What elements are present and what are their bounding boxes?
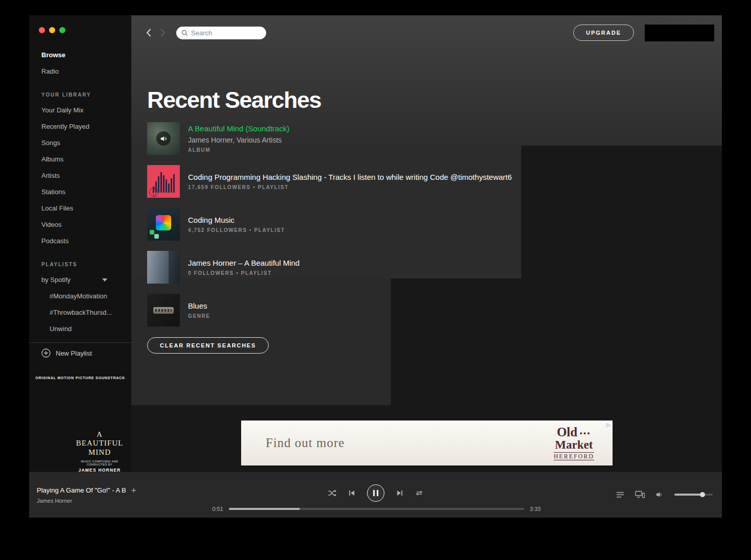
sidebar-item-albums[interactable]: Albums xyxy=(29,151,131,168)
ad-brand-glasses-icon: ●●● xyxy=(577,431,591,436)
sidebar-playlist-unwind[interactable]: Unwind xyxy=(29,321,131,337)
volume-fill xyxy=(674,494,703,496)
sidebar-item-recently-played[interactable]: Recently Played xyxy=(29,119,131,135)
sidebar-item-artists[interactable]: Artists xyxy=(29,168,131,184)
album-thumbnail-a-beautiful-mind xyxy=(147,122,180,155)
recent-search-item-playlist[interactable]: Coding Music 4,752 FOLLOWERS • PLAYLIST xyxy=(147,208,512,241)
now-playing-album-art[interactable]: ORIGINAL MOTION PICTURE SOUNDTRACK A BEA… xyxy=(29,373,131,472)
playlists-filter[interactable]: by Spotify xyxy=(29,272,131,288)
close-button[interactable] xyxy=(39,27,45,33)
ad-message: Find out more xyxy=(266,436,345,450)
queue-button[interactable] xyxy=(616,491,624,498)
volume-slider[interactable] xyxy=(674,494,713,496)
new-playlist-label: New Playlist xyxy=(56,349,92,357)
recent-search-item-genre[interactable]: Blues GENRE xyxy=(147,294,512,326)
volume-button[interactable] xyxy=(655,491,664,498)
sidebar-playlist-mondaymotivation[interactable]: #MondayMotivation xyxy=(29,288,131,305)
next-icon xyxy=(396,489,404,497)
decorative-dot xyxy=(154,234,159,239)
ad-brand-logo: Old ●●● Market HEREFORD xyxy=(554,426,594,460)
repeat-button[interactable] xyxy=(415,489,424,497)
shuffle-icon xyxy=(328,489,337,497)
speaker-icon xyxy=(160,135,167,142)
sidebar-item-stations[interactable]: Stations xyxy=(29,184,131,200)
result-title[interactable]: Blues xyxy=(188,301,210,310)
previous-track-button[interactable] xyxy=(348,489,356,497)
progress-section: 0:51 3:33 xyxy=(208,506,545,512)
sidebar-playlist-throwbackthursday[interactable]: #ThrowbackThursd... xyxy=(29,305,131,321)
result-title[interactable]: James Horner – A Beautiful Mind xyxy=(188,259,299,267)
elapsed-time: 0:51 xyxy=(208,506,223,512)
plus-circle-icon xyxy=(41,348,51,358)
previous-icon xyxy=(348,489,356,497)
result-title[interactable]: A Beautiful Mind (Soundtrack) xyxy=(188,124,289,133)
result-meta: 4,752 FOLLOWERS • PLAYLIST xyxy=(188,227,285,233)
globe-graphic xyxy=(149,188,158,197)
now-playing-overlay xyxy=(156,131,171,146)
forward-button[interactable] xyxy=(156,26,170,40)
sidebar: Browse Radio YOUR LIBRARY Your Daily Mix… xyxy=(29,15,131,472)
genre-thumbnail-blues xyxy=(147,294,180,326)
sidebar-item-podcasts[interactable]: Podcasts xyxy=(29,233,131,249)
shuffle-button[interactable] xyxy=(328,489,337,497)
sidebar-item-browse[interactable]: Browse xyxy=(29,47,131,63)
result-meta: 0 FOLLOWERS • PLAYLIST xyxy=(188,270,299,276)
now-playing-track[interactable]: Playing A Game Of "Go!" - A B xyxy=(37,486,126,494)
minimize-button[interactable] xyxy=(49,27,55,33)
harmonica-graphic xyxy=(153,307,174,314)
album-art-credit: MUSIC COMPOSED AND CONDUCTED BY xyxy=(73,460,126,466)
result-type: ALBUM xyxy=(188,147,289,153)
recent-searches-list: A Beautiful Mind (Soundtrack) James Horn… xyxy=(147,122,512,337)
playlists-filter-label: by Spotify xyxy=(41,272,71,288)
playlist-thumbnail-coding-programming xyxy=(147,165,180,198)
sidebar-item-radio[interactable]: Radio xyxy=(29,63,131,80)
sidebar-item-songs[interactable]: Songs xyxy=(29,135,131,151)
ad-banner[interactable]: Find out more Old ●●● Market HEREFORD ▷ xyxy=(241,421,613,465)
now-playing-artist[interactable]: James Horner xyxy=(37,498,136,504)
recent-search-item-album[interactable]: A Beautiful Mind (Soundtrack) James Horn… xyxy=(147,122,512,155)
queue-icon xyxy=(616,491,624,498)
decorative-dot xyxy=(150,230,154,235)
album-art-top-label: ORIGINAL MOTION PICTURE SOUNDTRACK xyxy=(29,376,131,380)
clear-recent-searches-button[interactable]: CLEAR RECENT SEARCHES xyxy=(147,337,269,354)
upgrade-button[interactable]: UPGRADE xyxy=(573,25,634,41)
playlists-header: PLAYLISTS xyxy=(29,261,131,269)
sidebar-item-videos[interactable]: Videos xyxy=(29,217,131,233)
library-header: YOUR LIBRARY xyxy=(29,91,131,99)
recent-search-item-playlist[interactable]: James Horner – A Beautiful Mind 0 FOLLOW… xyxy=(147,251,512,284)
page-title: Recent Searches xyxy=(147,87,321,113)
album-art-title: A BEAUTIFUL MIND xyxy=(73,430,126,457)
player-right-controls xyxy=(616,491,713,498)
sidebar-item-your-daily-mix[interactable]: Your Daily Mix xyxy=(29,102,131,119)
new-playlist-button[interactable]: New Playlist xyxy=(29,343,131,363)
devices-button[interactable] xyxy=(635,491,645,498)
ad-brand-line2: Market xyxy=(554,439,594,451)
window-controls xyxy=(29,15,131,33)
top-bar: UPGRADE xyxy=(131,22,722,43)
account-menu[interactable] xyxy=(645,25,714,41)
result-meta: GENRE xyxy=(188,313,210,319)
back-button[interactable] xyxy=(142,26,156,40)
recent-search-item-playlist[interactable]: Coding Programming Hacking Slashing - Tr… xyxy=(147,165,512,198)
result-title[interactable]: Coding Music xyxy=(188,216,285,224)
next-track-button[interactable] xyxy=(396,489,404,497)
pause-button[interactable] xyxy=(367,484,385,502)
search-box[interactable] xyxy=(176,27,266,39)
ad-brand-line3: HEREFORD xyxy=(554,452,594,460)
result-title[interactable]: Coding Programming Hacking Slashing - Tr… xyxy=(188,173,512,181)
chevron-down-icon xyxy=(102,278,107,282)
progress-bar[interactable] xyxy=(229,508,524,510)
playlist-thumbnail-coding-music xyxy=(147,208,180,241)
main-content: UPGRADE Recent Searches A Beautiful Mind… xyxy=(131,15,722,472)
volume-icon xyxy=(655,491,664,498)
transport-controls xyxy=(328,484,424,502)
add-to-playlist-icon[interactable]: + xyxy=(131,487,136,494)
ad-brand-line1: Old xyxy=(557,425,577,439)
chevron-right-icon xyxy=(160,28,166,37)
search-input[interactable] xyxy=(191,29,257,37)
player-bar: Playing A Game Of "Go!" - A B + James Ho… xyxy=(29,472,722,518)
ad-choices-icon[interactable]: ▷ xyxy=(606,422,611,428)
zoom-button[interactable] xyxy=(59,27,65,33)
now-playing-info: Playing A Game Of "Go!" - A B + James Ho… xyxy=(37,486,136,504)
sidebar-item-local-files[interactable]: Local Files xyxy=(29,200,131,217)
